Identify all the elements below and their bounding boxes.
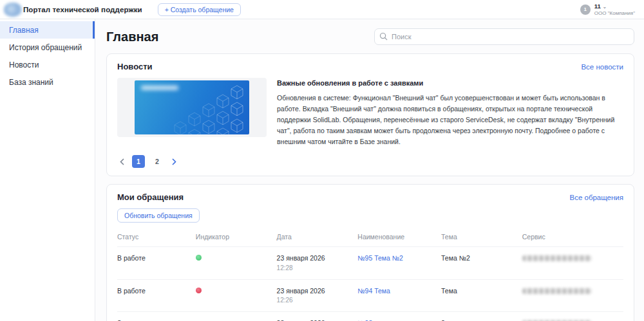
requests-section-title: Мои обращения xyxy=(117,192,184,202)
request-date: 23 января 2026 12:28 xyxy=(277,247,358,279)
request-date: 23 января 2026 12:26 xyxy=(277,280,358,312)
news-page-1[interactable]: 1 xyxy=(132,155,145,168)
status-indicator-green xyxy=(196,255,202,261)
main-content: Главная Новости Все новости xyxy=(95,19,644,321)
requests-table: Статус Индикатор Дата Наименование Тема … xyxy=(117,226,623,321)
request-status: В работе xyxy=(117,280,196,302)
create-request-button[interactable]: + Создать обращение xyxy=(158,3,241,16)
request-date: 23 января 2026 12:26 xyxy=(277,312,358,321)
user-company: ООО "Компания" xyxy=(594,10,635,17)
user-name: 11 ⌄ xyxy=(594,3,635,10)
news-article-body: Обновления в системе: Функционал "Внешни… xyxy=(277,93,623,147)
page-title: Главная xyxy=(106,30,158,44)
request-topic: 2 xyxy=(441,312,522,321)
status-indicator-red xyxy=(196,288,202,293)
sidebar-item-news[interactable]: Новости xyxy=(0,56,95,73)
request-topic: Тема xyxy=(441,280,522,302)
table-row: В работе 23 января 2026 12:28 №95 Тема №… xyxy=(117,246,623,279)
table-row: Закрытые 23 января 2026 12:26 №93 2 xyxy=(117,311,623,321)
service-redacted xyxy=(522,288,592,294)
news-section-title: Новости xyxy=(117,62,153,71)
all-news-link[interactable]: Все новости xyxy=(581,63,623,71)
column-indicator: Индикатор xyxy=(196,226,277,246)
request-status: В работе xyxy=(117,247,196,270)
request-link[interactable]: №94 Тема xyxy=(357,287,390,295)
request-topic: Тема №2 xyxy=(441,247,522,270)
all-requests-link[interactable]: Все обращения xyxy=(569,194,623,201)
news-article-title: Важные обновления в работе с заявками xyxy=(277,79,623,87)
refresh-requests-button[interactable]: Обновить обращения xyxy=(117,208,200,223)
column-topic: Тема xyxy=(441,226,522,246)
app-title: Портал технической поддержки xyxy=(23,6,142,14)
news-prev-page-icon[interactable] xyxy=(117,155,126,168)
column-status: Статус xyxy=(117,226,196,246)
news-carousel xyxy=(117,78,267,137)
chevron-down-icon: ⌄ xyxy=(603,4,607,10)
column-name: Наименование xyxy=(357,226,441,246)
requests-card: Мои обращения Все обращения Обновить обр… xyxy=(106,184,634,321)
search-input[interactable] xyxy=(374,28,634,45)
banner-blurred-text xyxy=(141,86,178,90)
top-header: Портал технической поддержки + Создать о… xyxy=(0,0,644,19)
news-page-2[interactable]: 2 xyxy=(151,155,164,168)
column-service: Сервис xyxy=(522,226,623,246)
request-link[interactable]: №95 Тема №2 xyxy=(357,254,403,262)
table-header-row: Статус Индикатор Дата Наименование Тема … xyxy=(117,226,623,246)
user-menu[interactable]: 1 11 ⌄ ООО "Компания" xyxy=(580,3,635,17)
sidebar-item-main[interactable]: Главная xyxy=(0,21,95,39)
news-next-page-icon[interactable] xyxy=(169,155,178,168)
news-banner-image[interactable] xyxy=(135,80,249,134)
company-logo xyxy=(4,3,22,17)
search-icon xyxy=(379,32,388,41)
request-status: Закрытые xyxy=(117,312,196,321)
avatar: 1 xyxy=(580,5,591,15)
sidebar-item-knowledge-base[interactable]: База знаний xyxy=(0,73,95,91)
news-card: Новости Все новости xyxy=(106,53,634,176)
sidebar-item-history[interactable]: История обращений xyxy=(0,39,95,56)
table-row: В работе 23 января 2026 12:26 №94 Тема Т… xyxy=(117,279,623,312)
service-redacted xyxy=(522,255,592,261)
sidebar: Главная История обращений Новости База з… xyxy=(0,19,95,321)
news-pagination: 1 2 xyxy=(117,155,623,168)
column-date: Дата xyxy=(277,226,358,246)
search-box xyxy=(374,28,634,45)
